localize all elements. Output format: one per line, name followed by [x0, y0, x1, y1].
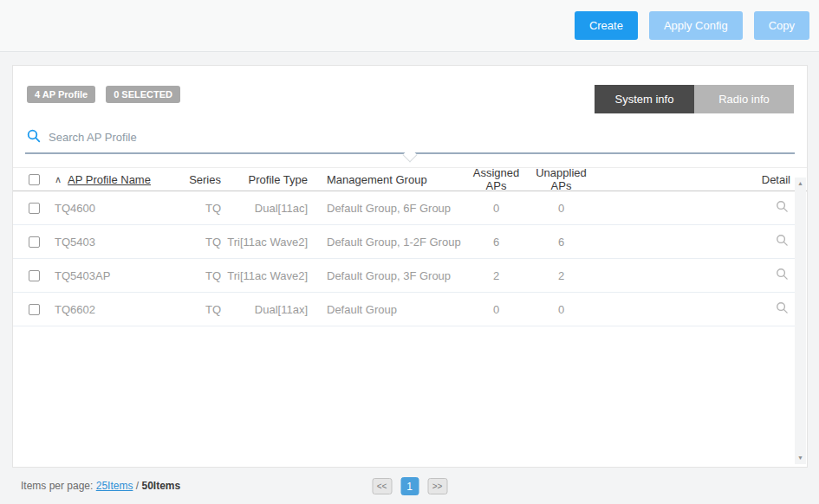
table-row: TQ4600 TQ Dual[11ac] Default Group, 6F G… — [13, 191, 796, 225]
select-all-checkbox[interactable] — [29, 174, 40, 185]
cell-assigned-aps: 2 — [464, 269, 529, 282]
cell-profile-type: Dual[11ac] — [221, 202, 308, 215]
cell-profile-type: Tri[11ac Wave2] — [221, 269, 308, 282]
column-header-unapplied-aps: Unapplied APs — [529, 166, 594, 192]
cell-unapplied-aps: 2 — [529, 269, 594, 282]
cell-series: TQ — [186, 236, 221, 249]
row-checkbox[interactable] — [29, 236, 40, 248]
cell-name: TQ6602 — [55, 303, 95, 316]
cell-profile-type: Dual[11ax] — [221, 303, 308, 316]
scroll-down-icon[interactable]: ▼ — [797, 455, 803, 462]
column-header-management-group: Management Group — [308, 173, 464, 186]
profile-count-badge: 4 AP Profile — [27, 86, 95, 103]
table-row: TQ5403 TQ Tri[11ac Wave2] Default Group,… — [13, 225, 796, 259]
cell-management-group: Default Group, 3F Group — [308, 269, 464, 282]
detail-magnifier-icon[interactable] — [776, 200, 789, 216]
detail-magnifier-icon[interactable] — [776, 234, 789, 249]
badge-group: 4 AP Profile 0 SELECTED — [27, 86, 180, 103]
column-header-assigned-aps: Assigned APs — [464, 166, 529, 192]
cell-assigned-aps: 6 — [464, 236, 529, 249]
cell-unapplied-aps: 0 — [529, 303, 594, 316]
copy-button[interactable]: Copy — [754, 11, 809, 40]
search-icon — [27, 129, 41, 145]
cell-management-group: Default Group, 6F Group — [308, 202, 464, 215]
tab-system-info[interactable]: System info — [595, 85, 694, 113]
cell-unapplied-aps: 0 — [529, 202, 594, 215]
cell-name: TQ4600 — [55, 202, 95, 215]
table-row: TQ5403AP TQ Tri[11ac Wave2] Default Grou… — [13, 259, 796, 293]
table-body: TQ4600 TQ Dual[11ac] Default Group, 6F G… — [13, 191, 796, 326]
column-header-name[interactable]: AP Profile Name — [68, 173, 151, 186]
scroll-up-icon[interactable]: ▲ — [797, 180, 803, 187]
page-size-max-label: 50Items — [141, 480, 180, 492]
pagination: << 1 >> — [372, 477, 447, 495]
search-bar — [25, 126, 795, 154]
table-header: ∧ AP Profile Name Series Profile Type Ma… — [13, 167, 807, 191]
create-button[interactable]: Create — [575, 11, 638, 40]
row-checkbox[interactable] — [29, 304, 40, 315]
ap-profile-panel: 4 AP Profile 0 SELECTED System info Radi… — [12, 65, 808, 468]
sort-asc-icon[interactable]: ∧ — [55, 174, 62, 185]
pagination-prev-button[interactable]: << — [372, 478, 392, 494]
cell-profile-type: Tri[11ac Wave2] — [221, 236, 308, 249]
cell-assigned-aps: 0 — [464, 202, 529, 215]
cell-name: TQ5403AP — [55, 269, 110, 282]
cell-series: TQ — [186, 269, 221, 282]
column-header-series: Series — [186, 173, 221, 186]
column-header-profile-type: Profile Type — [221, 173, 308, 186]
selected-count-badge: 0 SELECTED — [106, 86, 180, 103]
top-toolbar: Create Apply Config Copy — [0, 0, 819, 52]
items-per-page-label: Items per page: — [21, 480, 93, 492]
detail-magnifier-icon[interactable] — [776, 301, 789, 317]
tab-radio-info[interactable]: Radio info — [694, 85, 794, 113]
page-size-25-link[interactable]: 25Items — [96, 480, 133, 492]
cell-series: TQ — [186, 303, 221, 316]
footer: Items per page: 25Items / 50Items << 1 >… — [0, 468, 819, 504]
cell-series: TQ — [186, 202, 221, 215]
row-checkbox[interactable] — [29, 270, 40, 281]
cell-name: TQ5403 — [55, 236, 95, 249]
cell-unapplied-aps: 6 — [529, 236, 594, 249]
info-tabs: System info Radio info — [595, 85, 794, 113]
apply-config-button[interactable]: Apply Config — [649, 11, 743, 40]
expand-search-chevron-icon[interactable] — [403, 148, 418, 163]
vertical-scrollbar[interactable]: ▲ ▼ — [795, 178, 806, 464]
column-header-detail: Detail — [594, 173, 790, 186]
pagination-next-button[interactable]: >> — [427, 478, 447, 494]
cell-assigned-aps: 0 — [464, 303, 529, 316]
pagination-page-1-button[interactable]: 1 — [400, 477, 419, 495]
detail-magnifier-icon[interactable] — [776, 268, 789, 283]
page-size-separator: / — [136, 480, 139, 492]
search-input[interactable] — [49, 131, 793, 144]
cell-management-group: Default Group — [308, 303, 464, 316]
row-checkbox[interactable] — [29, 203, 40, 214]
table-row: TQ6602 TQ Dual[11ax] Default Group 0 0 — [13, 293, 796, 326]
cell-management-group: Default Group, 1-2F Group — [308, 236, 464, 249]
